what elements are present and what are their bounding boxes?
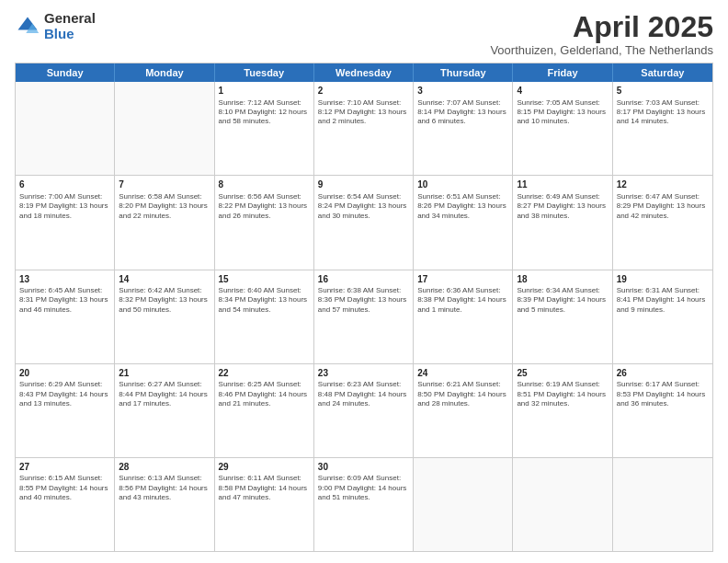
cell-info: Sunrise: 6:47 AM Sunset: 8:29 PM Dayligh… [617,192,709,221]
calendar-header-cell: Saturday [613,63,712,82]
calendar-cell: 22Sunrise: 6:25 AM Sunset: 8:46 PM Dayli… [215,364,314,457]
cell-info: Sunrise: 6:31 AM Sunset: 8:41 PM Dayligh… [617,286,709,315]
cell-info: Sunrise: 6:34 AM Sunset: 8:39 PM Dayligh… [517,286,608,315]
cell-info: Sunrise: 6:54 AM Sunset: 8:24 PM Dayligh… [318,192,409,221]
calendar-row: 6Sunrise: 7:00 AM Sunset: 8:19 PM Daylig… [16,176,712,270]
day-number: 23 [318,367,409,380]
calendar-cell: 19Sunrise: 6:31 AM Sunset: 8:41 PM Dayli… [613,270,712,363]
calendar-cell: 27Sunrise: 6:15 AM Sunset: 8:55 PM Dayli… [16,458,115,551]
day-number: 24 [417,367,508,380]
cell-info: Sunrise: 6:17 AM Sunset: 8:53 PM Dayligh… [617,380,709,408]
calendar-cell: 16Sunrise: 6:38 AM Sunset: 8:36 PM Dayli… [314,270,414,363]
calendar-cell: 23Sunrise: 6:23 AM Sunset: 8:48 PM Dayli… [314,364,414,457]
calendar-cell: 26Sunrise: 6:17 AM Sunset: 8:53 PM Dayli… [613,364,712,457]
calendar-cell: 24Sunrise: 6:21 AM Sunset: 8:50 PM Dayli… [414,364,513,457]
cell-info: Sunrise: 7:05 AM Sunset: 8:15 PM Dayligh… [517,98,608,127]
day-number: 22 [219,367,310,380]
day-number: 7 [119,178,210,191]
logo-icon [15,14,40,40]
header: General Blue April 2025 Voorthuizen, Gel… [15,11,713,57]
cell-info: Sunrise: 6:25 AM Sunset: 8:46 PM Dayligh… [219,380,310,408]
calendar-cell: 4Sunrise: 7:05 AM Sunset: 8:15 PM Daylig… [513,82,612,175]
cell-info: Sunrise: 7:07 AM Sunset: 8:14 PM Dayligh… [417,98,508,127]
calendar-header-cell: Tuesday [215,63,314,82]
cell-info: Sunrise: 6:13 AM Sunset: 8:56 PM Dayligh… [119,474,210,502]
cell-info: Sunrise: 6:15 AM Sunset: 8:55 PM Dayligh… [19,474,110,502]
calendar: SundayMondayTuesdayWednesdayThursdayFrid… [15,63,713,552]
calendar-cell: 6Sunrise: 7:00 AM Sunset: 8:19 PM Daylig… [16,176,115,269]
cell-info: Sunrise: 7:10 AM Sunset: 8:12 PM Dayligh… [318,98,409,127]
calendar-cell: 18Sunrise: 6:34 AM Sunset: 8:39 PM Dayli… [513,270,612,363]
cell-info: Sunrise: 6:09 AM Sunset: 9:00 PM Dayligh… [318,474,409,502]
day-number: 9 [318,178,409,191]
calendar-cell: 14Sunrise: 6:42 AM Sunset: 8:32 PM Dayli… [115,270,214,363]
calendar-cell: 21Sunrise: 6:27 AM Sunset: 8:44 PM Dayli… [115,364,214,457]
calendar-cell: 8Sunrise: 6:56 AM Sunset: 8:22 PM Daylig… [215,176,314,269]
calendar-cell [414,458,513,551]
day-number: 25 [517,367,608,380]
day-number: 8 [219,178,310,191]
day-number: 12 [617,178,709,191]
day-number: 20 [19,367,110,380]
calendar-cell: 12Sunrise: 6:47 AM Sunset: 8:29 PM Dayli… [613,176,712,269]
cell-info: Sunrise: 6:19 AM Sunset: 8:51 PM Dayligh… [517,380,608,408]
calendar-cell: 2Sunrise: 7:10 AM Sunset: 8:12 PM Daylig… [314,82,414,175]
cell-info: Sunrise: 6:11 AM Sunset: 8:58 PM Dayligh… [219,474,310,502]
calendar-cell: 9Sunrise: 6:54 AM Sunset: 8:24 PM Daylig… [314,176,414,269]
page: General Blue April 2025 Voorthuizen, Gel… [0,0,728,563]
calendar-row: 13Sunrise: 6:45 AM Sunset: 8:31 PM Dayli… [16,270,712,364]
day-number: 28 [119,461,210,474]
cell-info: Sunrise: 6:49 AM Sunset: 8:27 PM Dayligh… [517,192,608,221]
cell-info: Sunrise: 6:23 AM Sunset: 8:48 PM Dayligh… [318,380,409,408]
day-number: 13 [19,273,110,286]
calendar-body: 1Sunrise: 7:12 AM Sunset: 8:10 PM Daylig… [16,82,712,551]
cell-info: Sunrise: 6:29 AM Sunset: 8:43 PM Dayligh… [19,380,110,408]
calendar-row: 27Sunrise: 6:15 AM Sunset: 8:55 PM Dayli… [16,458,712,551]
day-number: 26 [617,367,709,380]
calendar-cell: 11Sunrise: 6:49 AM Sunset: 8:27 PM Dayli… [513,176,612,269]
logo: General Blue [15,11,96,41]
day-number: 21 [119,367,210,380]
cell-info: Sunrise: 6:21 AM Sunset: 8:50 PM Dayligh… [417,380,508,408]
day-number: 4 [517,85,608,98]
calendar-cell: 20Sunrise: 6:29 AM Sunset: 8:43 PM Dayli… [16,364,115,457]
calendar-cell: 13Sunrise: 6:45 AM Sunset: 8:31 PM Dayli… [16,270,115,363]
calendar-cell: 17Sunrise: 6:36 AM Sunset: 8:38 PM Dayli… [414,270,513,363]
day-number: 3 [417,85,508,98]
logo-text: General Blue [44,11,96,41]
calendar-row: 1Sunrise: 7:12 AM Sunset: 8:10 PM Daylig… [16,82,712,176]
calendar-header-row: SundayMondayTuesdayWednesdayThursdayFrid… [16,63,712,82]
cell-info: Sunrise: 6:42 AM Sunset: 8:32 PM Dayligh… [119,286,210,315]
day-number: 14 [119,273,210,286]
cell-info: Sunrise: 6:40 AM Sunset: 8:34 PM Dayligh… [219,286,310,315]
day-number: 2 [318,85,409,98]
cell-info: Sunrise: 7:12 AM Sunset: 8:10 PM Dayligh… [219,98,310,127]
day-number: 27 [19,461,110,474]
cell-info: Sunrise: 6:51 AM Sunset: 8:26 PM Dayligh… [417,192,508,221]
calendar-cell: 29Sunrise: 6:11 AM Sunset: 8:58 PM Dayli… [215,458,314,551]
day-number: 6 [19,178,110,191]
day-number: 18 [517,273,608,286]
calendar-cell: 15Sunrise: 6:40 AM Sunset: 8:34 PM Dayli… [215,270,314,363]
calendar-cell: 10Sunrise: 6:51 AM Sunset: 8:26 PM Dayli… [414,176,513,269]
cell-info: Sunrise: 6:36 AM Sunset: 8:38 PM Dayligh… [417,286,508,315]
calendar-header-cell: Wednesday [314,63,414,82]
day-number: 29 [219,461,310,474]
calendar-header-cell: Monday [115,63,214,82]
day-number: 1 [219,85,310,98]
cell-info: Sunrise: 6:27 AM Sunset: 8:44 PM Dayligh… [119,380,210,408]
calendar-cell: 5Sunrise: 7:03 AM Sunset: 8:17 PM Daylig… [613,82,712,175]
calendar-cell: 7Sunrise: 6:58 AM Sunset: 8:20 PM Daylig… [115,176,214,269]
calendar-cell [613,458,712,551]
calendar-cell: 1Sunrise: 7:12 AM Sunset: 8:10 PM Daylig… [215,82,314,175]
logo-blue: Blue [44,27,96,42]
calendar-header-cell: Friday [513,63,612,82]
calendar-cell: 28Sunrise: 6:13 AM Sunset: 8:56 PM Dayli… [115,458,214,551]
cell-info: Sunrise: 6:38 AM Sunset: 8:36 PM Dayligh… [318,286,409,315]
main-title: April 2025 [490,11,713,43]
calendar-cell: 25Sunrise: 6:19 AM Sunset: 8:51 PM Dayli… [513,364,612,457]
calendar-cell [16,82,115,175]
day-number: 5 [617,85,709,98]
logo-general: General [44,11,96,27]
calendar-header-cell: Thursday [414,63,513,82]
